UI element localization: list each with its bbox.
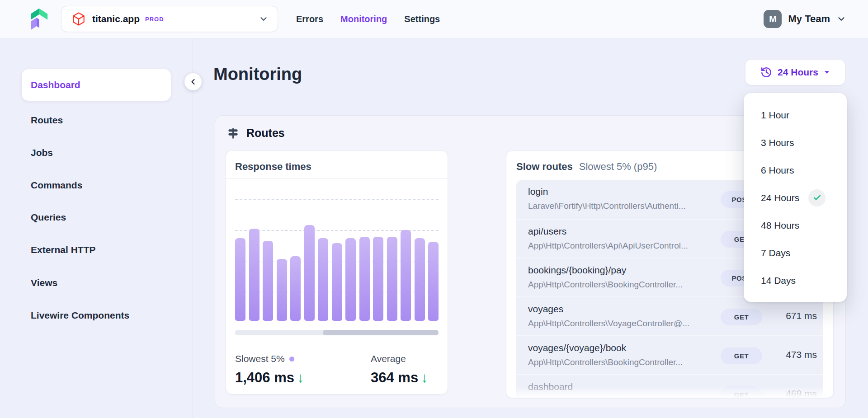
- forge-logo: [25, 5, 48, 33]
- legend-dot: [289, 357, 294, 362]
- stat-average: Average 364 ms↓: [371, 353, 428, 386]
- chevron-left-icon: [189, 77, 198, 86]
- sidebar-item-label: Dashboard: [31, 80, 80, 90]
- team-menu[interactable]: M My Team: [764, 10, 846, 28]
- chevron-down-icon: [259, 14, 269, 24]
- response-times-chart: [235, 189, 439, 321]
- table-row[interactable]: voyages/{voyage}/book App\Http\Controlle…: [516, 335, 823, 374]
- response-times-title: Response times: [235, 161, 311, 173]
- bar: [387, 237, 397, 321]
- bar: [263, 241, 273, 321]
- slow-routes-subtitle: Slowest 5% (p95): [579, 161, 657, 172]
- table-row[interactable]: voyages App\Http\Controllers\VoyageContr…: [516, 296, 823, 335]
- option-6-hours[interactable]: 6 Hours: [744, 156, 847, 184]
- laravel-icon: [71, 12, 86, 26]
- selected-check: [808, 189, 826, 207]
- option-48-hours[interactable]: 48 Hours: [744, 211, 847, 239]
- bar: [277, 259, 287, 321]
- bar: [332, 243, 342, 321]
- sidebar-item-livewire-components[interactable]: Livewire Components: [31, 309, 129, 322]
- sidebar: Dashboard Routes Jobs Commands Queries E…: [0, 38, 193, 418]
- nav-settings[interactable]: Settings: [404, 14, 440, 24]
- bar: [304, 225, 315, 321]
- topbar: titanic.app PROD Errors Monitoring Setti…: [0, 0, 868, 38]
- time-range-label: 24 Hours: [778, 67, 818, 78]
- sidebar-item-dashboard[interactable]: Dashboard: [22, 69, 171, 101]
- slow-routes-header: Slow routes Slowest 5% (p95): [516, 161, 657, 173]
- chart-scrollbar: [235, 330, 439, 335]
- bar: [345, 238, 356, 321]
- bar: [290, 256, 301, 321]
- method-badge: GET: [721, 309, 762, 325]
- stat-slowest-label: Slowest 5%: [235, 353, 285, 364]
- check-icon: [813, 193, 821, 202]
- time-range-button[interactable]: 24 Hours: [745, 59, 845, 85]
- nav-monitoring[interactable]: Monitoring: [340, 14, 387, 24]
- env-badge: PROD: [145, 16, 164, 23]
- slow-routes-title: Slow routes: [516, 161, 573, 172]
- stat-slowest: Slowest 5% 1,406 ms↓: [235, 353, 304, 386]
- bar: [359, 237, 370, 321]
- sidebar-item-queries[interactable]: Queries: [31, 211, 66, 224]
- top-nav: Errors Monitoring Settings: [296, 14, 440, 24]
- response-times-card: Response times Slowest 5% 1,406 ms↓: [226, 150, 448, 395]
- method-badge: GET: [721, 386, 762, 398]
- option-7-days[interactable]: 7 Days: [744, 239, 847, 267]
- signpost-icon: [227, 127, 239, 139]
- caret-down-icon: [824, 70, 830, 75]
- table-row[interactable]: dashboard GET 469 ms: [516, 374, 823, 398]
- sidebar-item-external-http[interactable]: External HTTP: [31, 244, 96, 256]
- option-3-hours[interactable]: 3 Hours: [744, 129, 847, 156]
- option-1-hour[interactable]: 1 Hour: [744, 101, 847, 129]
- avatar: M: [764, 10, 782, 28]
- duration: 469 ms: [763, 388, 817, 398]
- bar: [401, 230, 411, 321]
- chevron-down-icon: [836, 14, 846, 24]
- method-badge: GET: [721, 348, 762, 364]
- bar: [235, 238, 245, 321]
- bar: [249, 229, 259, 321]
- history-icon: [760, 66, 772, 78]
- option-24-hours[interactable]: 24 Hours: [744, 184, 847, 211]
- stat-average-value: 364 ms: [371, 370, 418, 385]
- routes-section-header: Routes: [227, 127, 285, 140]
- duration: 473 ms: [763, 349, 817, 360]
- app-selector[interactable]: titanic.app PROD: [61, 6, 278, 32]
- routes-section-title: Routes: [246, 127, 285, 140]
- bar: [318, 238, 328, 321]
- sidebar-item-commands[interactable]: Commands: [31, 179, 82, 192]
- arrow-down-icon: ↓: [297, 370, 304, 385]
- bar: [428, 242, 439, 321]
- sidebar-item-jobs[interactable]: Jobs: [31, 146, 53, 159]
- sidebar-collapse-button[interactable]: [184, 73, 202, 90]
- nav-errors[interactable]: Errors: [296, 14, 323, 24]
- bar: [415, 238, 425, 321]
- arrow-down-icon: ↓: [421, 370, 428, 385]
- chart-scrollbar-thumb[interactable]: [323, 330, 439, 335]
- stat-slowest-value: 1,406 ms: [235, 370, 294, 385]
- sidebar-item-routes[interactable]: Routes: [31, 114, 63, 127]
- duration: 671 ms: [763, 310, 817, 321]
- option-14-days[interactable]: 14 Days: [744, 267, 847, 294]
- main-content: Monitoring 24 Hours 1 Hour 3 Hours 6 Hou…: [193, 38, 868, 418]
- stat-average-label: Average: [371, 353, 406, 364]
- team-name: My Team: [788, 13, 830, 25]
- divider: [226, 178, 448, 178]
- page-title: Monitoring: [213, 65, 302, 84]
- bar: [373, 237, 383, 321]
- app-name: titanic.app: [92, 14, 140, 24]
- sidebar-item-views[interactable]: Views: [31, 277, 57, 289]
- time-range-dropdown: 1 Hour 3 Hours 6 Hours 24 Hours 48 Hours…: [744, 93, 847, 302]
